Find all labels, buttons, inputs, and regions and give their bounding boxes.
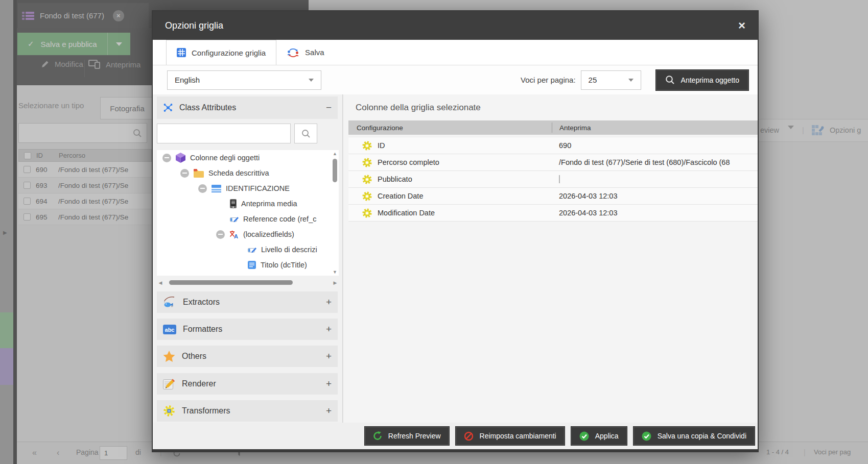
expand-icon[interactable]: + (326, 378, 332, 389)
collapse-node-icon[interactable] (198, 184, 207, 193)
pencil-note-icon (163, 378, 175, 389)
tree-horizontal-scrollbar[interactable]: ◀ ▶ (157, 279, 339, 286)
tree-item-livello-di-descrizione[interactable]: Livello di descrizi (157, 242, 339, 257)
gear-icon (362, 157, 372, 168)
section-label: Extractors (183, 298, 220, 307)
column-header-configurazione[interactable]: Configurazione (348, 124, 552, 132)
gear-icon (362, 208, 372, 218)
svg-text:A: A (234, 233, 238, 239)
section-label: Transformers (182, 406, 230, 416)
tree-item-colonne-degli-oggetti[interactable]: Colonne degli oggetti (157, 150, 339, 165)
selected-columns-title: Colonne della griglia selezionate (356, 103, 481, 113)
expand-icon[interactable]: + (326, 324, 332, 335)
window-footer: Refresh Preview Reimposta cambiamenti Ap… (153, 423, 758, 449)
scroll-right-icon[interactable]: ▶ (332, 280, 339, 285)
pubblicato-checkbox[interactable] (559, 175, 560, 183)
salva-copia-condividi-button[interactable]: Salva una copia & Condividi (633, 426, 755, 446)
tree-item-label: Reference code (ref_c (243, 215, 316, 223)
tree-item-titolo-dctitle[interactable]: Titolo (dcTitle) (157, 257, 339, 273)
search-icon[interactable] (294, 124, 317, 143)
section-renderer[interactable]: Renderer + (157, 373, 338, 395)
tab-configurazione-griglia[interactable]: Configurazione griglia (166, 40, 276, 65)
tree-item-localizedfields[interactable]: A (localizedfields) (157, 227, 339, 242)
config-row-percorso-completo[interactable]: Percorso completo /Fondo di test (677)/S… (348, 154, 758, 171)
section-label: Others (182, 352, 206, 361)
tab-salva[interactable]: Salva (276, 40, 335, 65)
tablet-icon (230, 199, 237, 208)
config-row-label: Creation Date (378, 192, 423, 200)
config-row-value: /Fondo di test (677)/Serie di test (680)… (552, 158, 758, 166)
star-icon (163, 351, 175, 362)
window-titlebar[interactable]: Opzioni griglia × (153, 11, 758, 40)
scrollbar-thumb[interactable] (333, 159, 337, 182)
grid-icon (177, 48, 186, 57)
section-label: Renderer (182, 379, 216, 388)
scroll-down-icon[interactable]: ▼ (333, 268, 337, 276)
class-attributes-header[interactable]: Class Attributes − (157, 96, 338, 119)
gear-icon (163, 405, 175, 417)
refresh-preview-button[interactable]: Refresh Preview (364, 426, 450, 446)
layout-icon (212, 185, 221, 192)
attributes-search-input[interactable] (157, 124, 291, 143)
scroll-up-icon[interactable]: ▲ (333, 150, 337, 157)
config-row-label: ID (378, 141, 385, 150)
tree-item-anteprima-media[interactable]: Anteprima media (157, 196, 339, 211)
section-transformers[interactable]: Transformers + (157, 400, 338, 422)
tree-vertical-scrollbar[interactable]: ▲ ▼ (331, 150, 339, 276)
tab-label: Salva (305, 48, 324, 57)
chevron-down-icon (628, 79, 634, 82)
expand-icon[interactable]: + (326, 405, 332, 417)
share-icon (287, 48, 299, 57)
selected-columns-header[interactable]: Configurazione Anteprima (348, 120, 758, 135)
per-page-label: Voci per pagina: (521, 76, 576, 84)
per-page-select[interactable]: 25 (581, 70, 641, 90)
scroll-left-icon[interactable]: ◀ (157, 280, 164, 285)
block-icon (464, 431, 474, 441)
section-formatters[interactable]: abc Formatters + (157, 319, 338, 340)
collapse-icon[interactable]: − (326, 102, 332, 113)
config-row-value: 2026-04-03 12:03 (552, 209, 758, 217)
collapse-node-icon[interactable] (162, 154, 171, 162)
config-row-pubblicato[interactable]: Pubblicato (348, 171, 758, 188)
selected-columns-panel: Colonne della griglia selezionate Config… (343, 94, 758, 423)
tree-item-label: (localizedfields) (243, 230, 294, 238)
collapse-node-icon[interactable] (180, 169, 189, 178)
button-label: Applica (595, 432, 619, 440)
config-row-modification-date[interactable]: Modification Date 2026-04-03 12:03 (348, 205, 758, 222)
button-label: Refresh Preview (388, 432, 441, 440)
expand-icon[interactable]: + (326, 351, 332, 362)
attributes-tree: Colonne degli oggetti Scheda descrittiva (157, 150, 339, 276)
section-others[interactable]: Others + (157, 346, 338, 367)
column-header-anteprima[interactable]: Anteprima (552, 124, 591, 132)
config-row-creation-date[interactable]: Creation Date 2026-04-03 12:03 (348, 188, 758, 205)
tab-label: Configurazione griglia (192, 48, 266, 57)
section-extractors[interactable]: Extractors + (157, 291, 338, 313)
tree-item-label: Titolo (dcTitle) (261, 261, 307, 269)
class-attributes-icon (163, 103, 173, 113)
input-field-icon (230, 216, 239, 223)
config-row-id[interactable]: ID 690 (348, 137, 758, 154)
tree-item-reference-code[interactable]: Reference code (ref_c (157, 211, 339, 227)
close-icon[interactable]: × (738, 19, 745, 32)
cube-icon (176, 153, 185, 163)
tree-item-label: IDENTIFICAZIONE (226, 184, 290, 192)
language-select[interactable]: English (167, 70, 321, 90)
attributes-search (157, 124, 317, 143)
gear-icon (362, 140, 372, 151)
button-label: Salva una copia & Condividi (658, 432, 746, 440)
tree-item-identificazione[interactable]: IDENTIFICAZIONE (157, 181, 339, 196)
translate-icon: A (229, 230, 239, 239)
attributes-panel: Class Attributes − Colonne de (153, 94, 343, 423)
expand-icon[interactable]: + (326, 297, 332, 308)
check-circle-icon (642, 431, 651, 441)
window-body: Class Attributes − Colonne de (153, 94, 758, 423)
reimposta-cambiamenti-button[interactable]: Reimposta cambiamenti (455, 426, 565, 446)
collapse-node-icon[interactable] (216, 230, 225, 239)
tree-item-scheda-descrittiva[interactable]: Scheda descrittiva (157, 165, 339, 181)
grid-config-toolbar: English Voci per pagina: 25 Anteprima og… (153, 65, 758, 94)
window-title: Opzioni griglia (165, 20, 223, 31)
config-row-label: Modification Date (378, 209, 435, 217)
scrollbar-thumb[interactable] (169, 280, 293, 285)
anteprima-oggetto-button[interactable]: Anteprima oggetto (655, 69, 749, 91)
applica-button[interactable]: Applica (571, 426, 627, 446)
